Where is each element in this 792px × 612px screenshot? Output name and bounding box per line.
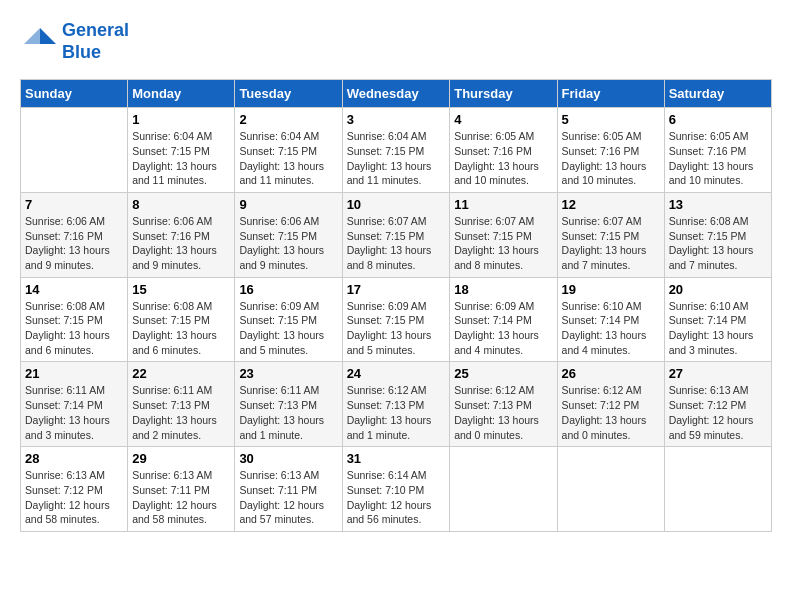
calendar-week-3: 14Sunrise: 6:08 AM Sunset: 7:15 PM Dayli… <box>21 277 772 362</box>
page-header: General Blue <box>20 20 772 63</box>
day-info: Sunrise: 6:07 AM Sunset: 7:15 PM Dayligh… <box>347 214 446 273</box>
header-thursday: Thursday <box>450 80 557 108</box>
day-number: 6 <box>669 112 767 127</box>
logo-text: General Blue <box>62 20 129 63</box>
day-number: 9 <box>239 197 337 212</box>
day-info: Sunrise: 6:08 AM Sunset: 7:15 PM Dayligh… <box>132 299 230 358</box>
day-number: 27 <box>669 366 767 381</box>
day-info: Sunrise: 6:12 AM Sunset: 7:13 PM Dayligh… <box>347 383 446 442</box>
day-info: Sunrise: 6:05 AM Sunset: 7:16 PM Dayligh… <box>562 129 660 188</box>
day-info: Sunrise: 6:11 AM Sunset: 7:13 PM Dayligh… <box>239 383 337 442</box>
calendar-cell: 28Sunrise: 6:13 AM Sunset: 7:12 PM Dayli… <box>21 447 128 532</box>
calendar-cell: 13Sunrise: 6:08 AM Sunset: 7:15 PM Dayli… <box>664 192 771 277</box>
calendar-cell: 29Sunrise: 6:13 AM Sunset: 7:11 PM Dayli… <box>128 447 235 532</box>
calendar-cell: 18Sunrise: 6:09 AM Sunset: 7:14 PM Dayli… <box>450 277 557 362</box>
day-info: Sunrise: 6:07 AM Sunset: 7:15 PM Dayligh… <box>454 214 552 273</box>
day-number: 1 <box>132 112 230 127</box>
day-number: 4 <box>454 112 552 127</box>
calendar-cell: 8Sunrise: 6:06 AM Sunset: 7:16 PM Daylig… <box>128 192 235 277</box>
calendar-week-4: 21Sunrise: 6:11 AM Sunset: 7:14 PM Dayli… <box>21 362 772 447</box>
day-info: Sunrise: 6:13 AM Sunset: 7:12 PM Dayligh… <box>669 383 767 442</box>
day-info: Sunrise: 6:10 AM Sunset: 7:14 PM Dayligh… <box>562 299 660 358</box>
header-friday: Friday <box>557 80 664 108</box>
logo: General Blue <box>20 20 129 63</box>
day-info: Sunrise: 6:05 AM Sunset: 7:16 PM Dayligh… <box>454 129 552 188</box>
header-wednesday: Wednesday <box>342 80 450 108</box>
day-info: Sunrise: 6:13 AM Sunset: 7:11 PM Dayligh… <box>132 468 230 527</box>
day-number: 13 <box>669 197 767 212</box>
calendar-cell: 30Sunrise: 6:13 AM Sunset: 7:11 PM Dayli… <box>235 447 342 532</box>
calendar-cell: 19Sunrise: 6:10 AM Sunset: 7:14 PM Dayli… <box>557 277 664 362</box>
calendar-cell: 3Sunrise: 6:04 AM Sunset: 7:15 PM Daylig… <box>342 108 450 193</box>
day-number: 12 <box>562 197 660 212</box>
calendar-cell: 10Sunrise: 6:07 AM Sunset: 7:15 PM Dayli… <box>342 192 450 277</box>
calendar-header-row: SundayMondayTuesdayWednesdayThursdayFrid… <box>21 80 772 108</box>
svg-marker-0 <box>40 28 56 44</box>
day-number: 17 <box>347 282 446 297</box>
day-number: 5 <box>562 112 660 127</box>
day-info: Sunrise: 6:08 AM Sunset: 7:15 PM Dayligh… <box>25 299 123 358</box>
day-number: 24 <box>347 366 446 381</box>
day-info: Sunrise: 6:06 AM Sunset: 7:15 PM Dayligh… <box>239 214 337 273</box>
calendar-cell: 26Sunrise: 6:12 AM Sunset: 7:12 PM Dayli… <box>557 362 664 447</box>
day-number: 21 <box>25 366 123 381</box>
calendar-cell: 12Sunrise: 6:07 AM Sunset: 7:15 PM Dayli… <box>557 192 664 277</box>
calendar-cell: 20Sunrise: 6:10 AM Sunset: 7:14 PM Dayli… <box>664 277 771 362</box>
day-number: 25 <box>454 366 552 381</box>
day-info: Sunrise: 6:04 AM Sunset: 7:15 PM Dayligh… <box>239 129 337 188</box>
calendar-cell <box>21 108 128 193</box>
day-number: 29 <box>132 451 230 466</box>
calendar-cell: 16Sunrise: 6:09 AM Sunset: 7:15 PM Dayli… <box>235 277 342 362</box>
day-info: Sunrise: 6:09 AM Sunset: 7:15 PM Dayligh… <box>239 299 337 358</box>
day-info: Sunrise: 6:09 AM Sunset: 7:15 PM Dayligh… <box>347 299 446 358</box>
day-number: 28 <box>25 451 123 466</box>
header-tuesday: Tuesday <box>235 80 342 108</box>
day-number: 26 <box>562 366 660 381</box>
header-monday: Monday <box>128 80 235 108</box>
day-number: 18 <box>454 282 552 297</box>
day-number: 20 <box>669 282 767 297</box>
calendar-cell: 1Sunrise: 6:04 AM Sunset: 7:15 PM Daylig… <box>128 108 235 193</box>
calendar-cell <box>664 447 771 532</box>
calendar-cell: 9Sunrise: 6:06 AM Sunset: 7:15 PM Daylig… <box>235 192 342 277</box>
day-info: Sunrise: 6:13 AM Sunset: 7:12 PM Dayligh… <box>25 468 123 527</box>
day-number: 15 <box>132 282 230 297</box>
logo-icon <box>20 24 56 60</box>
calendar-week-1: 1Sunrise: 6:04 AM Sunset: 7:15 PM Daylig… <box>21 108 772 193</box>
calendar-week-5: 28Sunrise: 6:13 AM Sunset: 7:12 PM Dayli… <box>21 447 772 532</box>
calendar-week-2: 7Sunrise: 6:06 AM Sunset: 7:16 PM Daylig… <box>21 192 772 277</box>
day-info: Sunrise: 6:13 AM Sunset: 7:11 PM Dayligh… <box>239 468 337 527</box>
day-info: Sunrise: 6:09 AM Sunset: 7:14 PM Dayligh… <box>454 299 552 358</box>
calendar-cell: 24Sunrise: 6:12 AM Sunset: 7:13 PM Dayli… <box>342 362 450 447</box>
day-number: 14 <box>25 282 123 297</box>
day-number: 3 <box>347 112 446 127</box>
header-sunday: Sunday <box>21 80 128 108</box>
calendar-cell: 5Sunrise: 6:05 AM Sunset: 7:16 PM Daylig… <box>557 108 664 193</box>
day-info: Sunrise: 6:11 AM Sunset: 7:14 PM Dayligh… <box>25 383 123 442</box>
day-number: 10 <box>347 197 446 212</box>
calendar-cell: 21Sunrise: 6:11 AM Sunset: 7:14 PM Dayli… <box>21 362 128 447</box>
day-info: Sunrise: 6:14 AM Sunset: 7:10 PM Dayligh… <box>347 468 446 527</box>
header-saturday: Saturday <box>664 80 771 108</box>
calendar-cell: 6Sunrise: 6:05 AM Sunset: 7:16 PM Daylig… <box>664 108 771 193</box>
calendar-table: SundayMondayTuesdayWednesdayThursdayFrid… <box>20 79 772 532</box>
calendar-cell: 31Sunrise: 6:14 AM Sunset: 7:10 PM Dayli… <box>342 447 450 532</box>
day-number: 31 <box>347 451 446 466</box>
calendar-cell: 2Sunrise: 6:04 AM Sunset: 7:15 PM Daylig… <box>235 108 342 193</box>
calendar-cell: 4Sunrise: 6:05 AM Sunset: 7:16 PM Daylig… <box>450 108 557 193</box>
calendar-cell: 11Sunrise: 6:07 AM Sunset: 7:15 PM Dayli… <box>450 192 557 277</box>
day-number: 11 <box>454 197 552 212</box>
day-info: Sunrise: 6:12 AM Sunset: 7:12 PM Dayligh… <box>562 383 660 442</box>
calendar-cell <box>450 447 557 532</box>
svg-marker-1 <box>24 28 40 44</box>
day-info: Sunrise: 6:10 AM Sunset: 7:14 PM Dayligh… <box>669 299 767 358</box>
day-info: Sunrise: 6:04 AM Sunset: 7:15 PM Dayligh… <box>347 129 446 188</box>
day-number: 30 <box>239 451 337 466</box>
calendar-cell: 15Sunrise: 6:08 AM Sunset: 7:15 PM Dayli… <box>128 277 235 362</box>
day-number: 16 <box>239 282 337 297</box>
day-info: Sunrise: 6:08 AM Sunset: 7:15 PM Dayligh… <box>669 214 767 273</box>
calendar-cell: 27Sunrise: 6:13 AM Sunset: 7:12 PM Dayli… <box>664 362 771 447</box>
calendar-cell: 7Sunrise: 6:06 AM Sunset: 7:16 PM Daylig… <box>21 192 128 277</box>
day-number: 2 <box>239 112 337 127</box>
day-info: Sunrise: 6:07 AM Sunset: 7:15 PM Dayligh… <box>562 214 660 273</box>
